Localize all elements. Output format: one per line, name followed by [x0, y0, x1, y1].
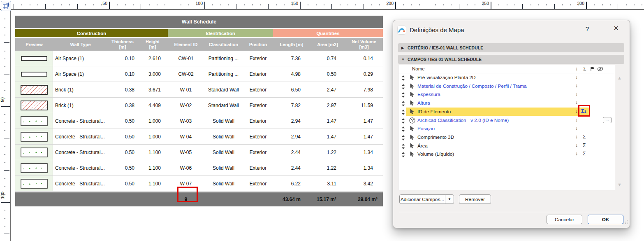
scroll-down-icon[interactable]: ▼ — [617, 182, 622, 187]
table-row[interactable]: Concrete - Structural...0.501.100W-07Sol… — [15, 176, 383, 192]
cell-preview[interactable] — [15, 98, 53, 113]
cell-length[interactable]: 6.22 — [273, 176, 310, 191]
drag-handle-icon[interactable] — [401, 143, 405, 151]
cell-position[interactable]: Exterior — [243, 82, 273, 97]
cell-height[interactable]: 1.100 — [137, 160, 168, 175]
cell-net_volume[interactable]: 1.34 — [345, 160, 383, 175]
sort-order-icon[interactable]: ↓ — [575, 83, 578, 89]
table-row[interactable]: Brick (1)0.384.409W-02Standard WallExter… — [15, 98, 383, 113]
field-row-material-de-constru-o-composto-perfil-trama[interactable]: Material de Construção / Composto / Perf… — [398, 82, 615, 91]
cell-position[interactable]: Exterior — [243, 129, 273, 144]
table-row[interactable]: Air Space (1)0.103.000CW-02Partitioning … — [15, 66, 383, 82]
drag-handle-icon[interactable] — [401, 118, 405, 125]
cell-element_id[interactable]: W-04 — [168, 129, 204, 144]
cell-length[interactable]: 4.98 — [273, 66, 310, 82]
cell-position[interactable]: Exterior — [243, 51, 273, 66]
drag-handle-icon[interactable] — [401, 84, 405, 91]
cell-element_id[interactable]: W-02 — [168, 98, 204, 113]
cell-area[interactable]: 2.47 — [310, 82, 345, 97]
cell-net_volume[interactable]: 1.47 — [345, 129, 383, 144]
cell-height[interactable]: 1.100 — [137, 145, 168, 160]
sort-order-icon[interactable]: ↓ — [575, 117, 578, 123]
cell-classification[interactable]: Solid Wall — [204, 176, 243, 191]
cell-net_volume[interactable]: 3.42 — [345, 176, 383, 191]
cell-classification[interactable]: Solid Wall — [204, 113, 243, 129]
cell-preview[interactable] — [15, 82, 53, 97]
table-row[interactable]: Concrete - Structural...0.501.100W-05Sol… — [15, 145, 383, 160]
add-fields-button[interactable]: Adicionar Campos... ▼ — [399, 194, 454, 204]
cell-height[interactable]: 3.000 — [137, 66, 168, 82]
cell-length[interactable]: 2.94 — [273, 113, 310, 129]
sum-icon[interactable]: Σ — [583, 143, 586, 148]
table-row[interactable]: Brick (1)0.383.671W-01Standard WallExter… — [15, 82, 383, 98]
cell-element_id[interactable]: CW-02 — [168, 66, 204, 82]
cell-classification[interactable]: Solid Wall — [204, 129, 243, 144]
cell-length[interactable]: 2.94 — [273, 129, 310, 144]
cell-area[interactable]: 1.47 — [310, 113, 345, 129]
sort-order-icon[interactable]: ↓ — [575, 134, 578, 140]
cell-position[interactable]: Exterior — [243, 113, 273, 129]
field-row-rea[interactable]: Área↓Σ — [398, 142, 615, 150]
cell-classification[interactable]: Standard Wall — [204, 82, 243, 97]
cell-element_id[interactable]: W-06 — [168, 160, 204, 175]
cell-classification[interactable]: Solid Wall — [204, 160, 243, 175]
cell-length[interactable]: 6.50 — [273, 82, 310, 97]
add-fields-dropdown-icon[interactable]: ▼ — [445, 195, 454, 204]
cell-element_id[interactable]: W-03 — [168, 113, 204, 129]
field-row-archicad-classification-v-2-0-id-e-nome[interactable]: Archicad Classification - v 2.0 (ID e No… — [398, 116, 615, 125]
field-row-volume-l-quido[interactable]: Volume (Líquido)↓Σ — [398, 150, 615, 159]
cell-area[interactable]: 1.47 — [310, 129, 345, 144]
cell-position[interactable]: Exterior — [243, 98, 273, 113]
cell-thickness[interactable]: 0.50 — [108, 176, 137, 191]
cell-thickness[interactable]: 0.50 — [108, 129, 137, 144]
resize-grip[interactable] — [623, 219, 628, 226]
cell-net_volume[interactable]: 7.98 — [345, 82, 383, 97]
close-icon[interactable]: × — [611, 23, 621, 33]
cell-preview[interactable] — [15, 66, 53, 82]
sort-order-icon[interactable]: ↓ — [575, 74, 578, 80]
field-row-comprimento-3d[interactable]: Comprimento 3D↓Σ — [398, 133, 615, 142]
cell-wall_type[interactable]: Air Space (1) — [53, 51, 108, 66]
cell-length[interactable]: 2.44 — [273, 145, 310, 160]
cell-net_volume[interactable]: 0.29 — [345, 66, 383, 82]
sort-order-icon[interactable]: ↓ — [575, 151, 578, 157]
ok-button[interactable]: OK — [588, 215, 623, 224]
cell-element_id[interactable]: W-01 — [168, 82, 204, 97]
cell-wall_type[interactable]: Air Space (1) — [53, 66, 108, 82]
cell-area[interactable]: 3.11 — [310, 176, 345, 191]
cell-preview[interactable] — [15, 113, 53, 129]
field-row-espessura[interactable]: Espessura↓ — [398, 90, 615, 99]
help-icon[interactable]: ? — [582, 25, 592, 32]
sort-order-icon[interactable]: ↓ — [575, 91, 578, 97]
drag-handle-icon[interactable] — [401, 109, 405, 117]
drag-handle-icon[interactable] — [401, 135, 405, 142]
cell-position[interactable]: Exterior — [243, 176, 273, 191]
cell-thickness[interactable]: 0.10 — [108, 51, 137, 66]
cell-wall_type[interactable]: Brick (1) — [53, 98, 108, 113]
cell-net_volume[interactable]: 1.34 — [345, 145, 383, 160]
cell-net_volume[interactable]: 0.14 — [345, 51, 383, 66]
cell-preview[interactable] — [15, 145, 53, 160]
cell-element_id[interactable]: W-05 — [168, 145, 204, 160]
cancel-button[interactable]: Cancelar — [547, 215, 582, 224]
cell-thickness[interactable]: 0.50 — [108, 113, 137, 129]
cell-wall_type[interactable]: Concrete - Structural... — [53, 129, 108, 144]
cell-preview[interactable] — [15, 160, 53, 175]
cell-height[interactable]: 2.610 — [137, 51, 168, 66]
cell-area[interactable]: 0.50 — [310, 66, 345, 82]
drag-handle-icon[interactable] — [401, 126, 405, 133]
cell-height[interactable]: 3.671 — [137, 82, 168, 97]
cell-wall_type[interactable]: Concrete - Structural... — [53, 160, 108, 175]
cell-preview[interactable] — [15, 129, 53, 144]
drag-handle-icon[interactable] — [401, 101, 405, 108]
cell-area[interactable]: 1.22 — [310, 145, 345, 160]
section-criteria[interactable]: ▶ CRITÉRIO / IES-01 WALL SCHEDULE — [398, 43, 624, 52]
table-row[interactable]: Concrete - Structural...0.501.000W-03Sol… — [15, 113, 383, 129]
cell-wall_type[interactable]: Concrete - Structural... — [53, 145, 108, 160]
sum-icon[interactable]: Σ — [583, 134, 586, 140]
cell-height[interactable]: 1.100 — [137, 176, 168, 191]
table-row[interactable]: Concrete - Structural...0.501.100W-06Sol… — [15, 160, 383, 176]
cell-thickness[interactable]: 0.38 — [108, 98, 137, 113]
drag-handle-icon[interactable] — [401, 152, 405, 159]
drag-handle-icon[interactable] — [401, 92, 405, 99]
